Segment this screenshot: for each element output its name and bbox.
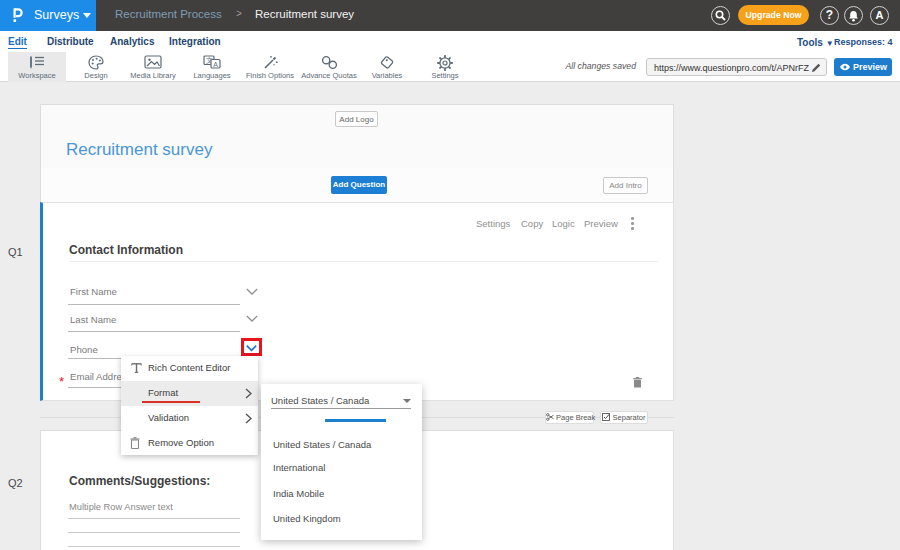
svg-text:A: A xyxy=(213,61,218,68)
